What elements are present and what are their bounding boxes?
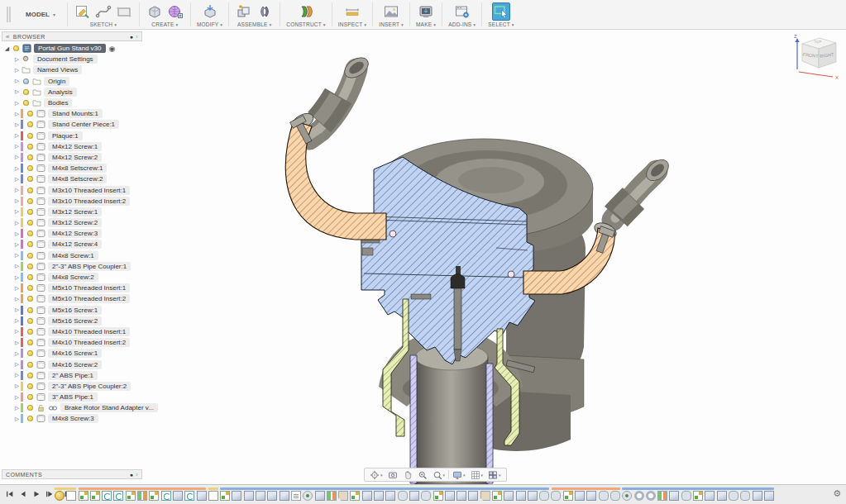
- browser-item-component[interactable]: ▷M4x12 Screw:3: [2, 228, 159, 239]
- spline-icon[interactable]: [94, 2, 112, 21]
- visibility-bulb-icon[interactable]: [27, 405, 33, 411]
- visibility-bulb-icon[interactable]: [27, 144, 33, 150]
- browser-item-component[interactable]: ▷M5x10 Threaded Insert:2: [2, 293, 159, 304]
- toolbar-group-label[interactable]: CONSTRUCT ▾: [286, 21, 325, 27]
- visibility-bulb-icon[interactable]: [27, 231, 33, 236]
- browser-item-component[interactable]: ▷2"-3" ABS Pipe Coupler:1: [2, 261, 159, 272]
- timeline-feature-chamfer-icon[interactable]: [480, 491, 490, 501]
- panel-dot-icon[interactable]: ●: [130, 472, 134, 478]
- timeline-feature-sketch-icon[interactable]: [126, 491, 136, 501]
- visibility-bulb-icon[interactable]: [27, 373, 33, 378]
- timeline-feature-sketch-icon[interactable]: [433, 491, 443, 501]
- timeline-feature-fillet-icon[interactable]: [740, 491, 750, 501]
- timeline-feature-sketch-icon[interactable]: [563, 491, 573, 501]
- collapse-arrow-icon[interactable]: ▷: [13, 111, 21, 117]
- collapse-arrow-icon[interactable]: ▷: [13, 100, 21, 107]
- item-label[interactable]: Stand Center Piece:1: [48, 120, 119, 129]
- timeline-feature-joint-icon[interactable]: [657, 491, 667, 501]
- collapse-arrow-icon[interactable]: ▷: [13, 176, 21, 183]
- item-label[interactable]: Document Settings: [33, 55, 98, 64]
- zoom-tool[interactable]: [416, 470, 429, 480]
- panel-resize-handle[interactable]: ›: [136, 34, 138, 40]
- item-label[interactable]: Origin: [44, 77, 69, 86]
- visibility-bulb-icon[interactable]: [27, 329, 33, 335]
- timeline-feature-sketch-icon[interactable]: [90, 491, 100, 501]
- browser-item-linked-component[interactable]: ▷Brake Rotor Stand Adapter v...: [2, 402, 159, 413]
- pan-tool[interactable]: [401, 470, 414, 480]
- press-pull-icon[interactable]: [201, 2, 219, 21]
- browser-item-component[interactable]: ▷2"-3" ABS Pipe Coupler:2: [2, 381, 159, 392]
- item-label[interactable]: Bodies: [44, 98, 72, 107]
- item-label[interactable]: M3x10 Threaded Insert:2: [48, 197, 130, 206]
- visibility-bulb-icon[interactable]: [27, 416, 33, 421]
- browser-item-component[interactable]: ▷2" ABS Pipe:1: [2, 370, 159, 381]
- timeline-feature-hole-icon[interactable]: [303, 491, 313, 501]
- timeline-feature-revolve-icon[interactable]: [184, 491, 194, 501]
- toolbar-group-label[interactable]: SELECT ▾: [488, 21, 514, 27]
- browser-header[interactable]: « BROWSER ● ›: [2, 31, 142, 41]
- timeline-feature-fillet-icon[interactable]: [421, 491, 431, 501]
- visibility-bulb-icon[interactable]: [13, 45, 19, 51]
- item-label[interactable]: M3x12 Screw:2: [48, 218, 102, 227]
- addins-icon[interactable]: [453, 2, 471, 21]
- timeline-feature-revolve-icon[interactable]: [102, 491, 112, 501]
- timeline-feature-extrude-icon[interactable]: [232, 491, 241, 501]
- visibility-bulb-icon[interactable]: [27, 362, 33, 368]
- timeline-feature-extrude-icon[interactable]: [764, 491, 774, 501]
- timeline-feature-fillet-icon[interactable]: [729, 491, 738, 501]
- activate-radio-icon[interactable]: ◉: [109, 45, 116, 53]
- timeline-feature-fillet-icon[interactable]: [539, 491, 549, 501]
- visibility-bulb-icon[interactable]: [27, 111, 33, 116]
- visibility-bulb-icon[interactable]: [27, 241, 33, 247]
- timeline-feature-extrude-icon[interactable]: [197, 491, 207, 501]
- visibility-bulb-icon[interactable]: [27, 264, 33, 269]
- collapse-arrow-icon[interactable]: ▷: [13, 187, 21, 193]
- browser-item-component[interactable]: ▷M5x16 Screw:2: [2, 316, 159, 326]
- browser-item-component[interactable]: ▷M3x10 Threaded Insert:1: [2, 184, 159, 195]
- visibility-bulb-icon[interactable]: [27, 209, 33, 215]
- timeline-feature-extrude-icon[interactable]: [468, 491, 478, 501]
- panel-resize-handle[interactable]: ›: [136, 472, 138, 478]
- visibility-bulb-icon[interactable]: [23, 89, 29, 95]
- item-label[interactable]: M5x10 Threaded Insert:1: [48, 283, 130, 292]
- visibility-bulb-icon[interactable]: [27, 296, 33, 302]
- go-to-start-button[interactable]: [5, 489, 15, 499]
- timeline-feature-sketch-icon[interactable]: [79, 491, 88, 501]
- collapse-arrow-icon[interactable]: ▷: [13, 416, 21, 422]
- timeline-feature-extrude-icon[interactable]: [374, 491, 384, 501]
- item-label[interactable]: M4x12 Screw:1: [48, 142, 102, 151]
- collapse-arrow-icon[interactable]: ▷: [13, 274, 21, 281]
- timeline-settings-gear-icon[interactable]: ⚙: [833, 489, 841, 498]
- step-back-button[interactable]: [18, 489, 28, 499]
- visibility-bulb-icon[interactable]: [27, 307, 33, 313]
- visibility-bulb-icon[interactable]: [27, 383, 33, 389]
- timeline-feature-extrude-icon[interactable]: [705, 491, 715, 501]
- browser-item-component[interactable]: ▷M4x16 Screw:2: [2, 359, 159, 369]
- collapse-arrow-icon[interactable]: ▷: [13, 350, 21, 357]
- collapse-arrow-icon[interactable]: ▷: [13, 285, 21, 292]
- browser-item-component[interactable]: ▷M4x16 Screw:1: [2, 348, 159, 359]
- timeline-feature-extrude-icon[interactable]: [244, 491, 254, 501]
- collapse-arrow-icon[interactable]: ▷: [13, 340, 21, 346]
- collapse-arrow-icon[interactable]: ▷: [13, 361, 21, 368]
- form-icon[interactable]: [166, 2, 184, 21]
- viewports-tool[interactable]: ▾: [486, 470, 503, 480]
- expand-arrow-icon[interactable]: ◢: [3, 45, 11, 52]
- make-print-icon[interactable]: [417, 2, 435, 21]
- display-tool[interactable]: ▾: [451, 470, 467, 480]
- timeline-feature-fillet-icon[interactable]: [551, 491, 561, 501]
- item-label[interactable]: M4x16 Screw:1: [48, 349, 102, 358]
- toolbar-grip[interactable]: [7, 7, 11, 22]
- timeline-feature-fillet-icon[interactable]: [681, 491, 691, 501]
- toolbar-group-label[interactable]: ASSEMBLE ▾: [237, 21, 272, 27]
- timeline-feature-box-icon[interactable]: [208, 491, 218, 501]
- item-label[interactable]: Brake Rotor Stand Adapter v...: [60, 403, 158, 412]
- timeline-feature-extrude-icon[interactable]: [586, 491, 596, 501]
- timeline-feature-extrude-icon[interactable]: [256, 491, 265, 501]
- visibility-bulb-icon[interactable]: [23, 100, 29, 106]
- visibility-bulb-icon[interactable]: [27, 188, 33, 193]
- browser-item-named-views[interactable]: ▷Named Views: [2, 64, 159, 75]
- visibility-bulb-icon[interactable]: [27, 155, 33, 160]
- item-label[interactable]: M4x10 Threaded Insert:1: [48, 327, 130, 336]
- browser-item-component[interactable]: ▷M4x8 Screw:1: [2, 250, 159, 261]
